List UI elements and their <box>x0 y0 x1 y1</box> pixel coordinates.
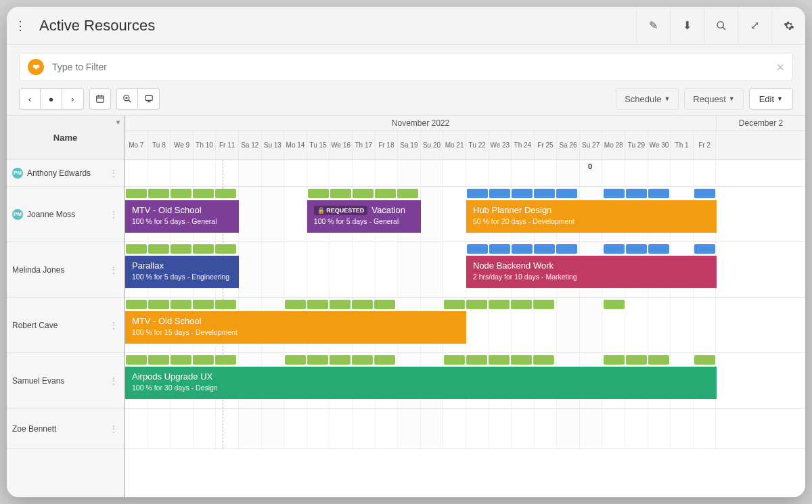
grid-cell[interactable] <box>671 298 694 352</box>
grid-cell[interactable] <box>421 242 444 297</box>
display-icon[interactable] <box>138 88 160 110</box>
row-menu-icon[interactable]: ⋮ <box>109 423 118 434</box>
menu-kebab-icon[interactable]: ⋮ <box>7 18 34 33</box>
grid-cell[interactable] <box>557 160 580 186</box>
grid-cell[interactable] <box>376 242 399 297</box>
resource-name-row[interactable]: PMJoanne Moss⋮ <box>7 187 124 242</box>
grid-cell[interactable] <box>125 160 148 186</box>
grid-cell[interactable] <box>194 409 217 449</box>
grid-cell[interactable] <box>353 409 376 449</box>
grid-cell[interactable] <box>443 187 466 242</box>
grid-cell[interactable] <box>421 187 444 242</box>
grid-row[interactable] <box>125 409 805 449</box>
grid-cell[interactable] <box>648 160 671 186</box>
grid-cell[interactable] <box>512 160 535 186</box>
grid-cell[interactable] <box>694 298 717 352</box>
grid-cell[interactable] <box>443 160 466 186</box>
grid-cell[interactable] <box>284 187 307 242</box>
expand-icon[interactable]: ⤢ <box>738 7 771 45</box>
grid-cell[interactable] <box>489 160 512 186</box>
row-menu-icon[interactable]: ⋮ <box>109 209 118 220</box>
grid-cell[interactable] <box>625 298 648 352</box>
grid-cell[interactable] <box>376 409 399 449</box>
resource-name-row[interactable]: PMAnthony Edwards⋮ <box>7 160 124 187</box>
booking-block[interactable]: 🔒 REQUESTEDVacation100 % for 5 days - Ge… <box>307 200 421 233</box>
grid-cell[interactable] <box>239 242 262 297</box>
grid-cell[interactable] <box>694 409 717 449</box>
booking-block[interactable]: Hub Planner Design50 % for 20 days - Dev… <box>466 200 717 233</box>
grid-cell[interactable] <box>284 409 307 449</box>
grid-cell[interactable] <box>330 160 353 186</box>
filter-input[interactable] <box>52 62 776 72</box>
calendar-icon[interactable] <box>89 88 111 110</box>
grid-cell[interactable] <box>330 409 353 449</box>
name-column-dropdown-icon[interactable]: ▾ <box>116 118 120 126</box>
grid-cell[interactable] <box>398 160 421 186</box>
resource-name-row[interactable]: Zoe Bennett⋮ <box>7 409 124 449</box>
grid-cell[interactable] <box>625 409 648 449</box>
download-icon[interactable]: ⬇ <box>670 7 704 45</box>
grid-cell[interactable] <box>466 409 489 449</box>
filter-close-icon[interactable]: × <box>776 60 784 75</box>
nav-prev-button[interactable]: ‹ <box>19 88 41 110</box>
grid-cell[interactable] <box>648 298 671 352</box>
booking-block[interactable]: Airpods Upgrade UX100 % for 30 days - De… <box>125 367 717 399</box>
grid-cell[interactable] <box>239 409 262 449</box>
grid-cell[interactable] <box>262 160 285 186</box>
booking-block[interactable]: Parallax100 % for 5 days - Engineering <box>125 256 239 288</box>
resource-name-row[interactable]: Robert Cave⋮ <box>7 298 124 353</box>
grid-cell[interactable] <box>489 409 512 449</box>
request-dropdown[interactable]: Request▼ <box>684 88 743 110</box>
grid-cell[interactable] <box>262 187 285 242</box>
pencil-icon[interactable]: ✎ <box>636 7 670 45</box>
row-menu-icon[interactable]: ⋮ <box>109 375 118 386</box>
booking-block[interactable]: MTV - Old School100 % for 5 days - Gener… <box>125 200 239 233</box>
grid-cell[interactable] <box>421 160 444 186</box>
grid-cell[interactable] <box>671 160 694 186</box>
grid-cell[interactable] <box>557 409 580 449</box>
grid-cell[interactable] <box>535 409 558 449</box>
grid-cell[interactable] <box>443 409 466 449</box>
grid-cell[interactable] <box>512 409 535 449</box>
nav-today-button[interactable]: ● <box>41 88 62 110</box>
grid-cell[interactable] <box>125 409 148 449</box>
grid-cell[interactable] <box>284 160 307 186</box>
grid-cell[interactable] <box>421 409 444 449</box>
grid-cell[interactable] <box>535 160 558 186</box>
grid-cell[interactable] <box>557 298 580 352</box>
grid-cell[interactable] <box>307 160 330 186</box>
edit-dropdown[interactable]: Edit▼ <box>749 88 793 110</box>
row-menu-icon[interactable]: ⋮ <box>109 320 118 331</box>
grid-cell[interactable] <box>602 409 625 449</box>
grid-cell[interactable] <box>307 242 330 297</box>
booking-block[interactable]: MTV - Old School100 % for 15 days - Deve… <box>125 311 466 344</box>
row-menu-icon[interactable]: ⋮ <box>109 265 118 275</box>
grid-cell[interactable] <box>580 298 603 352</box>
grid-cell[interactable] <box>648 409 671 449</box>
resource-name-row[interactable]: Melinda Jones⋮ <box>7 242 124 298</box>
grid-cell[interactable] <box>671 409 694 449</box>
grid-cell[interactable] <box>148 160 171 186</box>
grid-cell[interactable] <box>284 242 307 297</box>
grid-cell[interactable] <box>330 242 353 297</box>
grid-row[interactable] <box>125 160 805 187</box>
grid-cell[interactable] <box>216 160 239 186</box>
grid-cell[interactable] <box>353 160 376 186</box>
grid-cell[interactable] <box>625 160 648 186</box>
grid-cell[interactable] <box>376 160 399 186</box>
grid-cell[interactable] <box>353 242 376 297</box>
grid-body[interactable]: MTV - Old School100 % for 5 days - Gener… <box>125 160 805 449</box>
grid-cell[interactable] <box>602 160 625 186</box>
nav-next-button[interactable]: › <box>62 88 84 110</box>
filter-chevron-icon[interactable]: ❤ <box>28 59 44 75</box>
search-icon[interactable] <box>704 7 738 45</box>
grid-cell[interactable] <box>171 160 194 186</box>
grid-cell[interactable] <box>216 409 239 449</box>
grid-cell[interactable] <box>262 242 285 297</box>
name-column-header[interactable]: Name ▾ <box>7 116 124 160</box>
grid-cell[interactable] <box>194 160 217 186</box>
grid-cell[interactable] <box>694 160 717 186</box>
grid-cell[interactable] <box>148 409 171 449</box>
grid-cell[interactable] <box>580 409 603 449</box>
grid-cell[interactable] <box>466 160 489 186</box>
